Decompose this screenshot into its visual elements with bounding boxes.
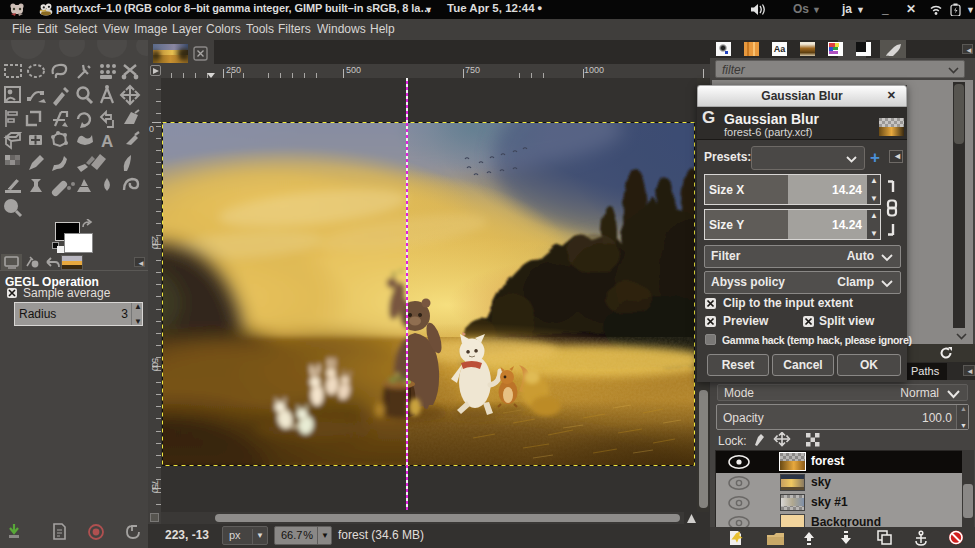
svg-text:A: A (101, 132, 113, 151)
